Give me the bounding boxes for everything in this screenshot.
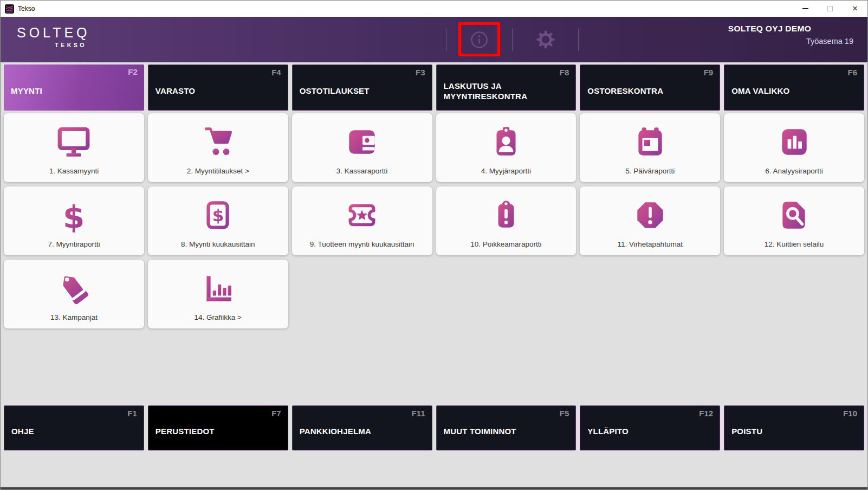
tab-laskutus-ja-myyntireskontra[interactable]: F8 LASKUTUS JA MYYNTIRESKONTRA (436, 65, 576, 111)
button-pankkiohjelma[interactable]: F11 PANKKIOHJELMA (292, 405, 432, 450)
tile-kassaraportti[interactable]: 3. Kassaraportti (292, 113, 432, 182)
bar-chart-icon (776, 124, 812, 160)
fkey-label: F4 (271, 68, 281, 77)
logo-sub-text: TEKSO (17, 42, 88, 48)
tile-kampanjat[interactable]: 13. Kampanjat (4, 260, 144, 328)
tile-analyysiraportti[interactable]: 6. Analyysiraportti (724, 113, 864, 182)
workstation-label: Työasema 19 (728, 37, 853, 46)
maximize-icon (827, 6, 833, 11)
svg-text:$: $ (63, 198, 85, 233)
fkey-label: F5 (560, 409, 569, 418)
fkey-label: F8 (560, 68, 569, 77)
header-icon-group (446, 17, 579, 62)
calendar-icon (632, 124, 668, 160)
close-button[interactable]: × (843, 1, 867, 17)
svg-text:$: $ (212, 205, 224, 225)
tab-ostoreskontra[interactable]: F9 OSTORESKONTRA (580, 65, 720, 111)
alert-octagon-icon (632, 197, 668, 233)
tile-kuittien-selailu[interactable]: 12. Kuittien selailu (724, 186, 864, 255)
session-info: SOLTEQ OYJ DEMO Työasema 19 (728, 24, 867, 46)
logo-main-text: SOLTEQ (17, 25, 88, 41)
wallet-icon (344, 124, 380, 160)
minimize-button[interactable] (793, 1, 818, 17)
tab-oma-valikko[interactable]: F6 OMA VALIKKO (724, 65, 864, 111)
fkey-label: F9 (704, 68, 714, 77)
ticket-star-icon (344, 197, 380, 233)
header-divider (578, 29, 579, 51)
company-name: SOLTEQ OYJ DEMO (728, 24, 811, 34)
tile-myyntiraportti[interactable]: $ 7. Myyntiraportti (4, 186, 144, 255)
fkey-label: F12 (699, 409, 713, 418)
tab-ostotilaukset[interactable]: F3 OSTOTILAUKSET (292, 65, 432, 111)
button-muut-toiminnot[interactable]: F5 MUUT TOIMINNOT (436, 405, 576, 450)
button-poistu[interactable]: F10 POISTU (724, 405, 864, 450)
money-bill-icon: $ (200, 197, 236, 233)
tile-myynti-kuukausittain[interactable]: $ 8. Myynti kuukausittain (148, 186, 288, 255)
app-logo-icon (5, 4, 14, 14)
tile-myyjaraportti[interactable]: 4. Myyjäraportti (436, 113, 576, 182)
settings-gear-icon (535, 29, 556, 50)
fkey-label: F1 (127, 409, 137, 418)
close-icon: × (852, 4, 857, 13)
monitor-icon (55, 124, 93, 160)
tile-paivaraportti[interactable]: 5. Päiväraportti (580, 113, 720, 182)
dollar-icon: $ (56, 197, 92, 233)
settings-button[interactable] (513, 29, 578, 50)
fkey-label: F10 (843, 409, 857, 418)
taskbar-edge (1, 487, 867, 489)
button-ohje[interactable]: F1 OHJE (4, 405, 144, 450)
fkey-label: F2 (128, 67, 138, 76)
tile-poikkeamaraportti[interactable]: 10. Poikkeamaraportti (436, 186, 576, 255)
fkey-label: F7 (271, 409, 281, 418)
button-yllapito[interactable]: F12 YLLÄPITO (580, 405, 720, 450)
graph-axis-icon (200, 270, 236, 306)
alert-badge-icon (488, 197, 524, 233)
id-badge-icon (488, 124, 524, 160)
app-window: Tekso × SOLTEQ TEKSO (0, 0, 868, 490)
tile-virhetapahtumat[interactable]: 11. Virhetapahtumat (580, 186, 720, 255)
tab-myynti[interactable]: F2 MYYNTI (4, 65, 144, 111)
solteq-logo: SOLTEQ TEKSO (17, 25, 88, 48)
window-title: Tekso (18, 5, 35, 12)
main-content: F2 MYYNTI F4 VARASTO F3 OSTOTILAUKSET F8… (1, 62, 867, 490)
button-perustiedot[interactable]: F7 PERUSTIEDOT (148, 405, 288, 450)
titlebar: Tekso × (1, 1, 867, 17)
minimize-icon (802, 8, 808, 9)
header: SOLTEQ TEKSO (1, 17, 867, 62)
tile-kassamyynti[interactable]: 1. Kassamyynti (4, 113, 144, 182)
fkey-label: F11 (411, 409, 425, 418)
tab-varasto[interactable]: F4 VARASTO (148, 65, 288, 111)
tile-tuotteen-myynti-kuukausittain[interactable]: 9. Tuotteen myynti kuukausittain (292, 186, 432, 255)
tile-grafiikka[interactable]: 14. Grafiikka > (148, 260, 288, 328)
function-buttons: F1 OHJE F7 PERUSTIEDOT F11 PANKKIOHJELMA… (4, 405, 864, 450)
info-icon (470, 30, 489, 49)
info-button[interactable] (446, 30, 512, 49)
module-tabs: F2 MYYNTI F4 VARASTO F3 OSTOTILAUKSET F8… (1, 62, 867, 111)
tags-icon (55, 270, 92, 306)
shopping-cart-icon (199, 124, 236, 160)
tile-myyntitilaukset[interactable]: 2. Myyntitilaukset > (148, 113, 288, 182)
menu-tiles: 1. Kassamyynti 2. Myyntitilaukset > 3. K… (1, 111, 867, 328)
fkey-label: F6 (847, 68, 857, 77)
maximize-button[interactable] (818, 1, 843, 17)
receipt-search-icon (776, 197, 812, 233)
fkey-label: F3 (416, 68, 425, 77)
